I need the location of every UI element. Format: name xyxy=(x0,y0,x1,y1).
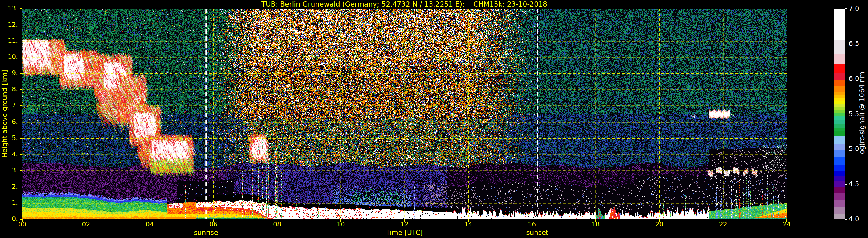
colorbar-tick-label: 7.0 xyxy=(848,5,859,12)
x-tick-label: 16 xyxy=(528,221,536,228)
y-tick-label: 7. xyxy=(0,102,18,109)
y-tick-label: 2. xyxy=(0,183,18,190)
colorbar-block xyxy=(834,207,845,214)
x-tick-mark xyxy=(468,219,469,222)
colorbar-tick-label: 6.5 xyxy=(848,40,859,47)
y-tick-mark xyxy=(20,105,22,106)
colorbar-block xyxy=(834,143,845,150)
colorbar-block xyxy=(834,9,845,40)
x-tick-mark xyxy=(340,219,341,222)
colorbar-block xyxy=(834,40,845,54)
x-tick-label: 12 xyxy=(401,221,409,228)
colorbar-block xyxy=(834,92,845,95)
colorbar-tick-mark xyxy=(845,44,847,44)
heatmap-canvas xyxy=(22,9,787,219)
colorbar-tick-mark xyxy=(845,219,847,219)
x-tick-mark xyxy=(22,219,23,222)
colorbar-block xyxy=(834,95,845,98)
colorbar-block xyxy=(834,104,845,107)
x-tick-label: 04 xyxy=(146,221,154,228)
colorbar-block xyxy=(834,107,845,110)
colorbar-block xyxy=(834,157,845,165)
colorbar-tick-label: 6.0 xyxy=(848,75,859,82)
x-tick-label: 10 xyxy=(337,221,345,228)
x-tick-label: 00 xyxy=(18,221,26,228)
colorbar-tick-mark xyxy=(845,149,847,149)
y-tick-label: 0. xyxy=(0,215,18,223)
colorbar xyxy=(834,9,845,219)
colorbar-block xyxy=(834,200,845,207)
x-tick-mark xyxy=(786,219,787,222)
y-tick-mark xyxy=(20,41,22,41)
colorbar-tick-mark xyxy=(845,114,847,114)
colorbar-block xyxy=(834,80,845,86)
x-tick-label: 20 xyxy=(655,221,663,228)
colorbar-block xyxy=(834,86,845,92)
y-axis-label: Height above ground [km] xyxy=(1,70,8,158)
x-tick-mark xyxy=(86,219,86,222)
colorbar-block xyxy=(834,124,845,128)
y-tick-mark xyxy=(20,57,22,58)
y-tick-mark xyxy=(20,170,22,171)
colorbar-label: log(rc-signal) @ 1064 nm xyxy=(858,72,866,156)
colorbar-block xyxy=(834,193,845,200)
y-tick-mark xyxy=(20,203,22,203)
colorbar-block xyxy=(834,181,845,187)
colorbar-block xyxy=(834,131,845,136)
colorbar-tick-label: 4.0 xyxy=(848,215,859,223)
colorbar-block xyxy=(834,149,845,157)
colorbar-block xyxy=(834,98,845,101)
x-tick-mark xyxy=(595,219,596,222)
y-tick-mark xyxy=(20,8,22,9)
y-tick-mark xyxy=(20,73,22,74)
y-tick-mark xyxy=(20,154,22,155)
y-tick-mark xyxy=(20,138,22,139)
colorbar-block xyxy=(834,116,845,120)
colorbar-tick-label: 5.0 xyxy=(848,145,859,152)
colorbar-block xyxy=(834,136,845,143)
x-tick-label: 14 xyxy=(464,221,472,228)
y-tick-mark xyxy=(20,25,22,25)
y-tick-label: 13. xyxy=(0,5,18,12)
colorbar-block xyxy=(834,120,845,124)
y-tick-label: 11. xyxy=(0,37,18,44)
y-tick-label: 9. xyxy=(0,69,18,76)
colorbar-block xyxy=(834,54,845,64)
x-tick-label: 06 xyxy=(209,221,218,228)
sunset-label: sunset xyxy=(526,229,548,236)
x-tick-mark xyxy=(659,219,660,222)
y-tick-label: 4. xyxy=(0,150,18,158)
x-axis-label: Time [UTC] xyxy=(386,229,423,236)
x-tick-mark xyxy=(532,219,532,222)
x-tick-label: 02 xyxy=(82,221,90,228)
sunrise-label: sunrise xyxy=(194,229,218,236)
colorbar-block xyxy=(834,165,845,171)
x-tick-label: 18 xyxy=(591,221,599,228)
x-tick-mark xyxy=(150,219,150,222)
colorbar-tick-mark xyxy=(845,8,847,9)
colorbar-tick-mark xyxy=(845,78,847,79)
y-tick-label: 6. xyxy=(0,118,18,125)
y-tick-label: 12. xyxy=(0,21,18,28)
ceilometer-quicklook: TUB: Berlin Grunewald (Germany; 52.4732 … xyxy=(0,0,868,238)
y-tick-label: 8. xyxy=(0,86,18,93)
x-tick-mark xyxy=(723,219,723,222)
y-tick-mark xyxy=(20,186,22,187)
colorbar-tick-label: 5.5 xyxy=(848,110,859,117)
x-tick-mark xyxy=(277,219,277,222)
x-tick-mark xyxy=(213,219,214,222)
colorbar-block xyxy=(834,64,845,73)
colorbar-block xyxy=(834,113,845,116)
x-tick-mark xyxy=(404,219,405,222)
plot-title: TUB: Berlin Grunewald (Germany; 52.4732 … xyxy=(261,0,547,8)
y-tick-label: 3. xyxy=(0,167,18,174)
colorbar-block xyxy=(834,214,845,219)
colorbar-tick-mark xyxy=(845,184,847,184)
x-tick-label: 22 xyxy=(719,221,727,228)
y-tick-label: 10. xyxy=(0,53,18,60)
colorbar-block xyxy=(834,171,845,176)
y-tick-mark xyxy=(20,122,22,123)
colorbar-block xyxy=(834,128,845,131)
x-tick-label: 24 xyxy=(783,221,791,228)
colorbar-tick-label: 4.5 xyxy=(848,180,859,188)
